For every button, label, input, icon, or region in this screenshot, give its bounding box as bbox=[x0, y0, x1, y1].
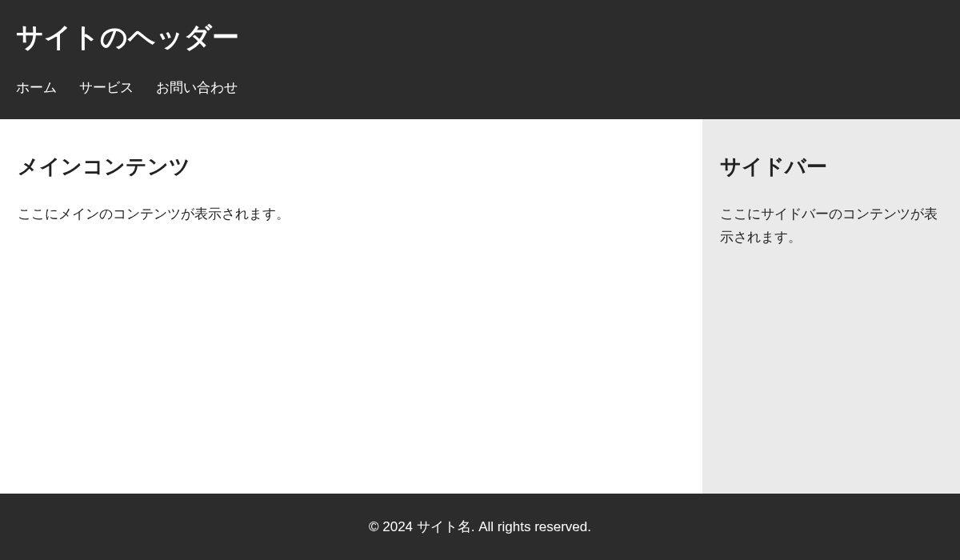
content-container: メインコンテンツ ここにメインのコンテンツが表示されます。 サイドバー ここにサ… bbox=[0, 119, 960, 494]
nav-link-services[interactable]: サービス bbox=[79, 80, 134, 95]
footer-text: © 2024 サイト名. All rights reserved. bbox=[16, 518, 944, 536]
sidebar: サイドバー ここにサイドバーのコンテンツが表示されます。 bbox=[702, 119, 960, 494]
main-heading: メインコンテンツ bbox=[18, 153, 685, 181]
nav-link-contact[interactable]: お問い合わせ bbox=[156, 80, 238, 95]
site-header: サイトのヘッダー ホーム サービス お問い合わせ bbox=[0, 0, 960, 119]
sidebar-heading: サイドバー bbox=[720, 153, 942, 181]
site-title: サイトのヘッダー bbox=[16, 19, 944, 56]
sidebar-body-text: ここにサイドバーのコンテンツが表示されます。 bbox=[720, 203, 942, 250]
page-root: サイトのヘッダー ホーム サービス お問い合わせ メインコンテンツ ここにメイン… bbox=[0, 0, 960, 560]
nav-link-home[interactable]: ホーム bbox=[16, 80, 57, 95]
site-footer: © 2024 サイト名. All rights reserved. bbox=[0, 494, 960, 560]
main-content: メインコンテンツ ここにメインのコンテンツが表示されます。 bbox=[0, 119, 702, 494]
primary-nav: ホーム サービス お問い合わせ bbox=[16, 78, 944, 97]
main-body-text: ここにメインのコンテンツが表示されます。 bbox=[18, 203, 685, 225]
